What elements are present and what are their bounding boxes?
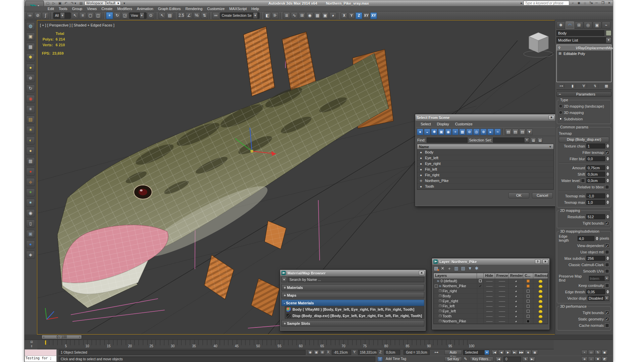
- prev-frame-icon[interactable]: ‹: [43, 335, 44, 339]
- select-and-move-icon[interactable]: +: [106, 12, 113, 19]
- display-xrefs-icon[interactable]: ⊚: [466, 129, 473, 135]
- mirror-icon[interactable]: ◧: [264, 12, 271, 19]
- zoom-icon[interactable]: +: [581, 350, 588, 355]
- axis-constraint-xy-3[interactable]: XY: [363, 12, 370, 19]
- freeze-toggle[interactable]: ——: [499, 284, 505, 288]
- hide-toggle[interactable]: ——: [486, 284, 492, 288]
- color-swatch[interactable]: [527, 310, 530, 313]
- render-teapot-icon[interactable]: ◕: [515, 299, 517, 303]
- named-selection-dropdown[interactable]: Create Selection Se▼: [220, 12, 260, 19]
- menu-customize[interactable]: Customize: [205, 6, 227, 11]
- x-coordinate-field[interactable]: -81,15cm: [332, 350, 351, 355]
- trackbar-mode-icons[interactable]: ⊟⇕: [26, 340, 37, 349]
- render-teapot-icon[interactable]: ◕: [515, 294, 517, 298]
- layer-row-Tooth[interactable]: ❒Tooth————◕: [434, 314, 548, 319]
- list-view-icon[interactable]: ▤: [505, 129, 512, 135]
- checkbox[interactable]: [605, 269, 609, 273]
- new-file-icon[interactable]: ▢: [45, 1, 50, 5]
- layer-column-Freeze[interactable]: Freeze: [495, 273, 509, 279]
- display-geometry-icon[interactable]: ●: [417, 129, 423, 135]
- curve-editor-icon[interactable]: ∿: [291, 12, 298, 19]
- eye-icon[interactable]: ◉: [26, 209, 35, 217]
- select-and-scale-icon[interactable]: ◲: [121, 12, 128, 19]
- spinner-icon[interactable]: [606, 144, 609, 148]
- axe-icon[interactable]: ◆: [26, 178, 35, 186]
- save-file-icon[interactable]: ▣: [57, 1, 62, 5]
- select-and-rotate-icon[interactable]: ↻: [114, 12, 121, 19]
- delete-layer-icon[interactable]: ✕: [441, 266, 444, 271]
- maxscript-mini-listener[interactable]: Testing for ;: [24, 349, 57, 362]
- close-icon[interactable]: ✕: [419, 271, 424, 275]
- go-to-start-icon[interactable]: |◀: [491, 350, 498, 355]
- schematic-view-icon[interactable]: ⊞: [299, 12, 306, 19]
- dropdown-vector-displ[interactable]: Disabled▼: [588, 296, 609, 301]
- reference-coordinate-dropdown[interactable]: View▼: [129, 12, 147, 19]
- spinner-icon[interactable]: ⇅: [522, 357, 529, 362]
- sfs-row-Fin_left[interactable]: ●Fin_left: [417, 167, 553, 172]
- grass-icon[interactable]: ✶: [26, 188, 35, 196]
- parameters-rollout[interactable]: − Parameters: [556, 92, 611, 97]
- gear-icon[interactable]: ✱: [26, 53, 35, 61]
- go-end-icon[interactable]: ▶|: [529, 357, 535, 362]
- checkbox[interactable]: ✓: [605, 317, 609, 321]
- checkbox[interactable]: [605, 284, 609, 288]
- teapot-icon[interactable]: ◍: [26, 22, 35, 30]
- time-tag-icon[interactable]: ▯: [377, 357, 383, 362]
- layer-row-0 (default)[interactable]: ≋0 (default)————◕: [434, 279, 548, 284]
- freeze-toggle[interactable]: ——: [499, 294, 505, 298]
- spinner-snap-icon[interactable]: ⇅: [201, 12, 208, 19]
- next-frame-icon[interactable]: ›: [79, 335, 80, 339]
- select-by-name-icon[interactable]: ≡: [79, 12, 86, 19]
- filter-funnel-icon[interactable]: ▼: [549, 145, 552, 148]
- copy-set-icon[interactable]: ▤: [531, 137, 536, 143]
- edit-named-selections-icon[interactable]: ≔: [212, 12, 219, 19]
- render-teapot-icon[interactable]: ◕: [515, 279, 517, 283]
- freeze-toggle[interactable]: ——: [499, 299, 505, 303]
- layer-row-Northern_Pike[interactable]: ❒Northern_Pike————◕: [434, 319, 548, 324]
- radiosity-icon[interactable]: [539, 320, 542, 322]
- current-frame-field[interactable]: 0: [503, 357, 521, 362]
- radio-off[interactable]: [559, 111, 562, 114]
- radiosity-icon[interactable]: [539, 315, 542, 317]
- layer-column-Radiosity[interactable]: Radiosity: [533, 273, 548, 279]
- display-hidden-icon[interactable]: ≈: [494, 129, 501, 135]
- camera-icon[interactable]: ▣: [26, 230, 35, 238]
- workspace-dropdown[interactable]: Workspace: Default ▾: [85, 1, 121, 5]
- axis-constraint-x-0[interactable]: X: [341, 12, 347, 19]
- sfs-menu-select[interactable]: Select: [418, 122, 434, 126]
- tab-modify-icon[interactable]: ◠: [566, 21, 574, 29]
- unlink-selection-icon[interactable]: ⊘: [34, 12, 41, 19]
- browser-options-icon[interactable]: ▼: [281, 277, 287, 282]
- go-to-end-icon[interactable]: ▶▶: [518, 350, 525, 355]
- hide-toggle[interactable]: ——: [486, 319, 492, 323]
- rectangular-selection-icon[interactable]: ▢: [87, 12, 94, 19]
- spinner-icon[interactable]: [606, 157, 609, 161]
- zoom-region-icon[interactable]: ▣: [601, 350, 608, 355]
- layer-row-Northern_Pike[interactable]: −≋Northern_Pike✓————◕: [434, 284, 548, 289]
- texmap-button[interactable]: Disp (Body_disp.exr): [559, 137, 609, 142]
- ok-button[interactable]: OK: [508, 192, 529, 198]
- render-teapot-icon[interactable]: ◕: [515, 314, 517, 318]
- make-unique-icon[interactable]: ∀: [581, 84, 587, 88]
- tab-create-icon[interactable]: ✱: [556, 21, 565, 29]
- spinner-icon[interactable]: [606, 172, 609, 176]
- spinner-icon[interactable]: [606, 194, 609, 198]
- add-time-tag[interactable]: Add Time Tag: [384, 357, 430, 362]
- material-editor-icon[interactable]: ◉: [306, 12, 313, 19]
- ring-icon[interactable]: ⊛: [26, 74, 35, 82]
- color-swatch[interactable]: [527, 285, 530, 288]
- ball-icon[interactable]: ●: [26, 147, 35, 155]
- checker-icon[interactable]: ▦: [26, 157, 35, 165]
- radiosity-icon[interactable]: [539, 285, 542, 287]
- layer-column-Hide[interactable]: Hide: [484, 273, 495, 279]
- restore-button[interactable]: ❐: [600, 1, 606, 5]
- radiosity-icon[interactable]: [539, 300, 542, 302]
- keying-mode-dropdown[interactable]: Selected▼: [463, 350, 489, 355]
- selection-lock-icon[interactable]: ▣: [314, 350, 319, 355]
- display-containers-icon[interactable]: ⊕: [480, 129, 487, 135]
- selection-set-dropdown[interactable]: ▾: [493, 137, 529, 143]
- page-icon[interactable]: ▯: [26, 220, 35, 228]
- set-key-brush-icon[interactable]: ✎: [464, 357, 467, 361]
- render-teapot-icon[interactable]: ◕: [515, 304, 517, 308]
- open-file-icon[interactable]: ▷: [51, 1, 56, 5]
